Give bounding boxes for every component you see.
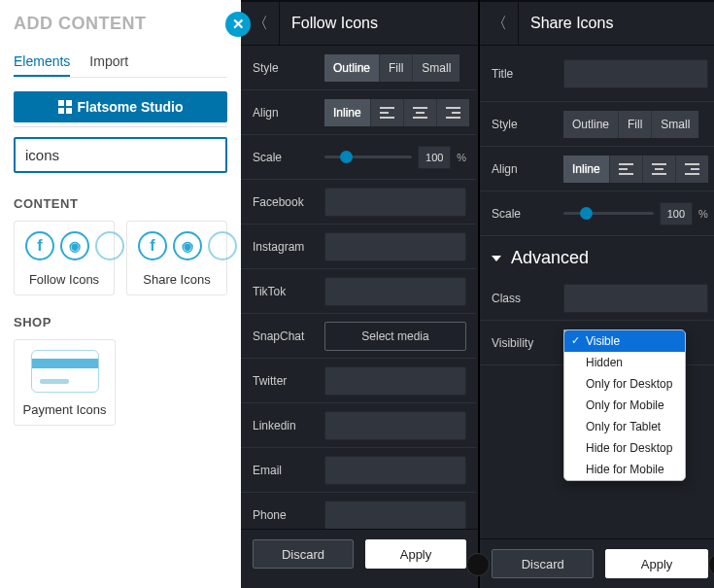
advanced-label: Advanced: [511, 248, 589, 268]
card-payment-icons[interactable]: Payment Icons: [14, 339, 116, 426]
scale-value[interactable]: 100: [418, 146, 451, 169]
class-input[interactable]: [563, 284, 708, 313]
share-icons-panel: 〈 Share Icons Title Style Outline Fill S…: [479, 0, 714, 588]
section-shop-label: SHOP: [14, 315, 227, 329]
align-inline[interactable]: Inline: [563, 156, 610, 183]
title-label: Title: [492, 67, 563, 81]
instagram-icon: ◉: [173, 231, 202, 260]
vis-visible[interactable]: Visible: [564, 330, 685, 352]
card-share-label: Share Icons: [131, 272, 222, 287]
style-label: Style: [492, 118, 563, 131]
tabs: Elements Import: [14, 48, 227, 78]
apply-button[interactable]: Apply: [605, 549, 707, 578]
align-left-icon: [380, 107, 394, 119]
vis-desktop[interactable]: Only for Desktop: [564, 373, 685, 395]
search-input[interactable]: [14, 137, 227, 173]
vis-hidden[interactable]: Hidden: [564, 352, 685, 373]
instagram-icon: ◉: [60, 231, 89, 260]
align-left-icon: [619, 163, 633, 175]
email-label: Email: [253, 464, 324, 477]
align-left[interactable]: [610, 156, 643, 183]
class-label: Class: [492, 292, 563, 305]
back-button[interactable]: 〈: [480, 1, 519, 46]
align-segment: Inline: [563, 156, 708, 183]
chevron-left-icon: 〈: [492, 14, 507, 34]
resize-handle[interactable]: [466, 553, 490, 576]
visibility-dropdown: Visible Hidden Only for Desktop Only for…: [563, 329, 686, 481]
style-small[interactable]: Small: [413, 54, 459, 82]
panel-title: Share Icons: [519, 15, 613, 32]
credit-card-icon: [31, 350, 99, 393]
scale-label: Scale: [492, 207, 563, 221]
facebook-input[interactable]: [324, 188, 466, 217]
advanced-toggle[interactable]: Advanced: [480, 236, 714, 276]
visibility-label: Visibility: [492, 336, 563, 350]
style-outline[interactable]: Outline: [324, 54, 380, 82]
more-icon: [95, 231, 124, 260]
grid-icon: [58, 100, 72, 114]
add-content-sidebar: ADD CONTENT ✕ Elements Import Flatsome S…: [0, 0, 241, 588]
discard-button[interactable]: Discard: [492, 549, 594, 578]
tab-import[interactable]: Import: [89, 48, 128, 77]
style-small[interactable]: Small: [652, 111, 698, 138]
vis-hide-mobile[interactable]: Hide for Mobile: [564, 459, 685, 480]
close-icon: ✕: [232, 16, 245, 33]
scale-slider[interactable]: [563, 212, 654, 215]
scale-label: Scale: [253, 151, 324, 164]
card-follow-label: Follow Icons: [18, 272, 110, 287]
discard-button[interactable]: Discard: [253, 539, 354, 569]
card-follow-icons[interactable]: f ◉ Follow Icons: [14, 221, 115, 295]
slider-thumb[interactable]: [580, 207, 593, 220]
twitter-input[interactable]: [324, 366, 466, 396]
tiktok-input[interactable]: [324, 277, 466, 306]
style-fill[interactable]: Fill: [380, 54, 413, 82]
style-outline[interactable]: Outline: [563, 111, 619, 138]
section-content-label: CONTENT: [14, 196, 227, 211]
email-input[interactable]: [324, 456, 466, 485]
phone-label: Phone: [253, 508, 324, 522]
divider: [14, 126, 227, 127]
align-center-icon: [413, 107, 427, 119]
scale-unit: %: [457, 152, 466, 163]
follow-icons-panel: 〈 Follow Icons Style Outline Fill Small …: [241, 0, 479, 588]
caret-down-icon: [492, 256, 501, 261]
align-label: Align: [253, 106, 324, 120]
close-button[interactable]: ✕: [225, 12, 251, 37]
flatsome-studio-button[interactable]: Flatsome Studio: [14, 91, 227, 122]
align-right-icon: [685, 163, 699, 175]
align-segment: Inline: [324, 99, 469, 126]
snapchat-label: SnapChat: [253, 329, 324, 343]
align-center[interactable]: [643, 156, 676, 183]
style-segment: Outline Fill Small: [563, 111, 698, 138]
facebook-label: Facebook: [253, 195, 324, 209]
apply-button[interactable]: Apply: [365, 539, 466, 569]
facebook-icon: f: [138, 231, 167, 260]
twitter-label: Twitter: [253, 374, 324, 388]
slider-thumb[interactable]: [340, 151, 353, 163]
align-center[interactable]: [404, 99, 437, 126]
instagram-input[interactable]: [324, 232, 466, 261]
scale-slider[interactable]: [324, 156, 412, 158]
instagram-label: Instagram: [253, 240, 324, 254]
panel-title: Follow Icons: [280, 15, 378, 32]
card-share-icons[interactable]: f ◉ Share Icons: [126, 221, 227, 295]
tab-elements[interactable]: Elements: [14, 48, 70, 77]
vis-hide-desktop[interactable]: Hide for Desktop: [564, 437, 685, 459]
vis-mobile[interactable]: Only for Mobile: [564, 395, 685, 416]
more-icon: [208, 231, 237, 260]
linkedin-input[interactable]: [324, 411, 466, 440]
vis-tablet[interactable]: Only for Tablet: [564, 416, 685, 437]
title-input[interactable]: [563, 59, 708, 88]
tiktok-label: TikTok: [253, 285, 324, 298]
facebook-icon: f: [25, 231, 54, 260]
align-right[interactable]: [437, 99, 469, 126]
phone-input[interactable]: [324, 501, 466, 530]
sidebar-title: ADD CONTENT: [14, 14, 227, 34]
align-left[interactable]: [371, 99, 404, 126]
style-label: Style: [253, 61, 324, 75]
align-right[interactable]: [676, 156, 708, 183]
select-media-button[interactable]: Select media: [324, 322, 466, 351]
style-fill[interactable]: Fill: [619, 111, 652, 138]
scale-value[interactable]: 100: [660, 202, 693, 225]
align-inline[interactable]: Inline: [324, 99, 371, 126]
